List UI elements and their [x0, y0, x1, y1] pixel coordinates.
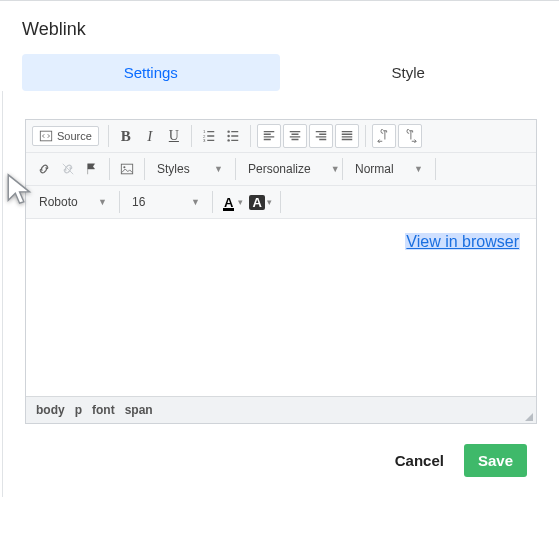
underline-button[interactable]: U: [162, 124, 186, 148]
svg-point-8: [123, 166, 125, 168]
toolbar-row-3: Roboto▼ 16▼ A▾ A▾: [26, 186, 536, 219]
bg-color-button[interactable]: A▾: [246, 190, 274, 214]
save-button[interactable]: Save: [464, 444, 527, 477]
toolbar-row-1: Source B I U 123: [26, 120, 536, 153]
tab-style[interactable]: Style: [280, 54, 538, 91]
path-body[interactable]: body: [36, 403, 65, 417]
align-right-button[interactable]: [309, 124, 333, 148]
svg-rect-7: [121, 164, 132, 174]
link-button[interactable]: [32, 157, 56, 181]
ltr-icon: [377, 129, 391, 143]
styles-dropdown[interactable]: Styles▼: [150, 157, 230, 181]
weblink-text[interactable]: View in browser: [405, 233, 520, 250]
path-span[interactable]: span: [125, 403, 153, 417]
rich-text-editor: Source B I U 123: [25, 119, 537, 424]
path-p[interactable]: p: [75, 403, 82, 417]
svg-point-4: [227, 130, 229, 132]
source-icon: [39, 129, 53, 143]
tabs: Settings Style: [0, 54, 559, 91]
source-button[interactable]: Source: [32, 126, 99, 146]
bg-color-icon: A: [249, 195, 264, 210]
editor-canvas[interactable]: View in browser: [26, 219, 536, 396]
path-font[interactable]: font: [92, 403, 115, 417]
actions: Cancel Save: [25, 424, 537, 487]
rtl-button[interactable]: [398, 124, 422, 148]
svg-text:3: 3: [203, 138, 206, 143]
font-label: Roboto: [39, 195, 78, 209]
flag-icon: [85, 162, 99, 176]
tab-settings[interactable]: Settings: [22, 54, 280, 91]
text-color-button[interactable]: A▾: [218, 190, 246, 214]
font-dropdown[interactable]: Roboto▼: [32, 190, 114, 214]
cancel-button[interactable]: Cancel: [385, 444, 454, 477]
size-dropdown[interactable]: 16▼: [125, 190, 207, 214]
toolbar-row-2: Styles▼ Personalize▼ Normal▼: [26, 153, 536, 186]
numbered-list-icon: 123: [202, 129, 216, 143]
svg-point-5: [227, 135, 229, 137]
ltr-button[interactable]: [372, 124, 396, 148]
personalize-label: Personalize: [248, 162, 311, 176]
bullet-list-button[interactable]: [221, 124, 245, 148]
align-justify-button[interactable]: [335, 124, 359, 148]
styles-label: Styles: [157, 162, 190, 176]
bold-button[interactable]: B: [114, 124, 138, 148]
resize-handle[interactable]: [525, 413, 533, 421]
anchor-button[interactable]: [80, 157, 104, 181]
align-center-button[interactable]: [283, 124, 307, 148]
image-button[interactable]: [115, 157, 139, 181]
rtl-icon: [403, 129, 417, 143]
panel-title: Weblink: [0, 1, 559, 54]
align-left-button[interactable]: [257, 124, 281, 148]
unlink-icon: [61, 162, 75, 176]
link-icon: [37, 162, 51, 176]
align-left-icon: [262, 129, 276, 143]
format-label: Normal: [355, 162, 394, 176]
italic-button[interactable]: I: [138, 124, 162, 148]
numbered-list-button[interactable]: 123: [197, 124, 221, 148]
personalize-dropdown[interactable]: Personalize▼: [241, 157, 337, 181]
text-color-icon: A: [221, 195, 236, 210]
source-label: Source: [57, 130, 92, 142]
unlink-button: [56, 157, 80, 181]
align-right-icon: [314, 129, 328, 143]
align-justify-icon: [340, 129, 354, 143]
element-path: body p font span: [26, 396, 536, 423]
image-icon: [120, 162, 134, 176]
svg-point-6: [227, 139, 229, 141]
bullet-list-icon: [226, 129, 240, 143]
format-dropdown[interactable]: Normal▼: [348, 157, 430, 181]
size-label: 16: [132, 195, 145, 209]
align-center-icon: [288, 129, 302, 143]
